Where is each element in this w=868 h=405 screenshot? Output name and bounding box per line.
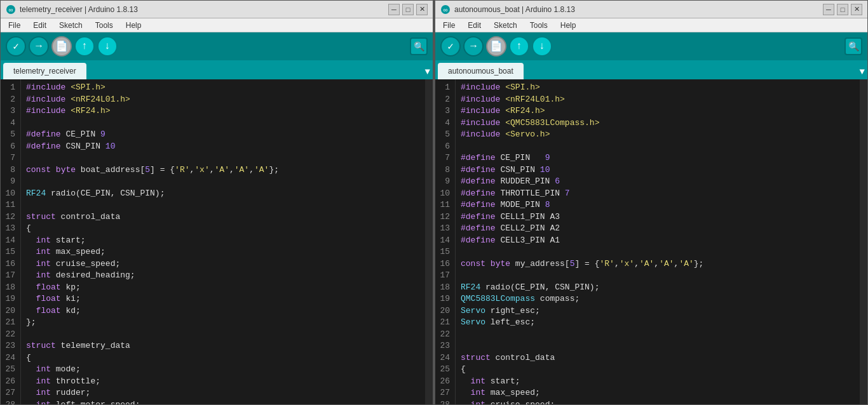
code-editor-2[interactable]: #include <SPI.h> #include <nRF24L01.h> #…	[456, 79, 860, 404]
menu-help-2[interactable]: Help	[558, 20, 579, 30]
restore-btn-2[interactable]: □	[837, 4, 848, 15]
line-numbers-1: 12345 678910 1112131415 1617181920 21222…	[1, 79, 21, 404]
menu-bar-1: File Edit Sketch Tools Help	[1, 18, 433, 32]
minimize-btn-1[interactable]: ─	[388, 4, 400, 15]
save-btn-1[interactable]: ↓	[97, 36, 118, 56]
upload-btn-2[interactable]: →	[463, 36, 484, 56]
menu-tools-1[interactable]: Tools	[93, 20, 116, 30]
menu-help-1[interactable]: Help	[123, 20, 144, 30]
menu-file-1[interactable]: File	[6, 20, 23, 30]
arduino-icon-1: ∞	[6, 4, 16, 15]
window-title-1: telemetry_receiver | Arduino 1.8.13	[20, 5, 138, 14]
menu-bar-2: File Edit Sketch Tools Help	[435, 18, 867, 32]
toolbar-left-2: ✓ → 📄 ↑ ↓	[440, 36, 552, 56]
upload-btn-1[interactable]: →	[29, 36, 49, 56]
menu-tools-2[interactable]: Tools	[527, 20, 550, 30]
tab-arrow-2[interactable]: ▼	[860, 67, 865, 79]
scrollbar-2[interactable]	[860, 79, 867, 404]
window-telemetry: ∞ telemetry_receiver | Arduino 1.8.13 ─ …	[0, 0, 433, 405]
toolbar-2: ✓ → 📄 ↑ ↓ 🔍	[435, 32, 867, 60]
verify-btn-2[interactable]: ✓	[440, 36, 461, 56]
window-title-2: autonoumous_boat | Arduino 1.8.13	[454, 5, 575, 14]
minimize-btn-2[interactable]: ─	[823, 4, 834, 15]
open-btn-1[interactable]: ↑	[74, 36, 95, 56]
close-btn-2[interactable]: ✕	[851, 4, 862, 15]
tab-bar-2: autonoumous_boat ▼	[435, 60, 867, 79]
serial-monitor-btn-2[interactable]: 🔍	[844, 37, 862, 55]
new-btn-1[interactable]: 📄	[51, 36, 72, 56]
scrollbar-1[interactable]	[425, 79, 433, 404]
serial-monitor-btn-1[interactable]: 🔍	[410, 37, 428, 55]
close-btn-1[interactable]: ✕	[416, 4, 428, 15]
tab-bar-1: telemetry_receiver ▼	[1, 60, 433, 79]
tab-telemetry-receiver[interactable]: telemetry_receiver	[3, 63, 86, 79]
menu-sketch-1[interactable]: Sketch	[57, 20, 85, 30]
restore-btn-1[interactable]: □	[402, 4, 414, 15]
title-bar-1: ∞ telemetry_receiver | Arduino 1.8.13 ─ …	[1, 1, 433, 18]
window-controls-2: ─ □ ✕	[823, 4, 862, 15]
code-editor-1[interactable]: #include <SPI.h> #include <nRF24L01.h> #…	[21, 79, 425, 404]
window-autonomous: ∞ autonoumous_boat | Arduino 1.8.13 ─ □ …	[435, 0, 868, 405]
verify-btn-1[interactable]: ✓	[6, 36, 26, 56]
svg-text:∞: ∞	[8, 6, 13, 13]
menu-sketch-2[interactable]: Sketch	[491, 20, 520, 30]
open-btn-2[interactable]: ↑	[509, 36, 529, 56]
svg-text:∞: ∞	[443, 6, 447, 13]
line-numbers-2: 12345 678910 1112131415 1617181920 21222…	[435, 79, 456, 404]
title-bar-2: ∞ autonoumous_boat | Arduino 1.8.13 ─ □ …	[435, 1, 867, 18]
toolbar-1: ✓ → 📄 ↑ ↓ 🔍	[1, 32, 433, 60]
toolbar-left-1: ✓ → 📄 ↑ ↓	[6, 36, 118, 56]
new-btn-2[interactable]: 📄	[486, 36, 506, 56]
code-area-2[interactable]: 12345 678910 1112131415 1617181920 21222…	[435, 79, 867, 404]
tab-arrow-1[interactable]: ▼	[425, 67, 430, 79]
menu-file-2[interactable]: File	[440, 20, 458, 30]
tab-autonoumous-boat[interactable]: autonoumous_boat	[438, 63, 524, 79]
window-controls-1: ─ □ ✕	[388, 4, 428, 15]
arduino-icon-2: ∞	[440, 4, 451, 15]
menu-edit-1[interactable]: Edit	[31, 20, 49, 30]
save-btn-2[interactable]: ↓	[532, 36, 552, 56]
menu-edit-2[interactable]: Edit	[465, 20, 484, 30]
code-area-1[interactable]: 12345 678910 1112131415 1617181920 21222…	[1, 79, 433, 404]
